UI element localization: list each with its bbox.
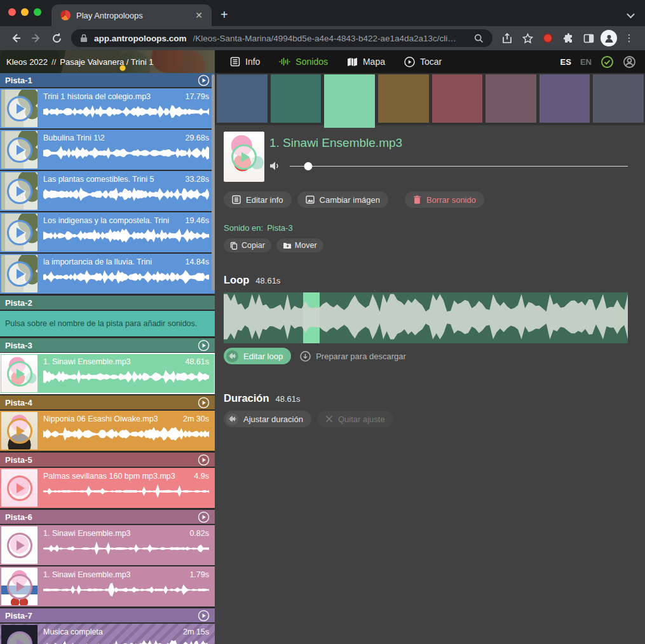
clip-row[interactable]: Bubulina Trini 1\229.68s (0, 130, 215, 170)
track-swatch-3[interactable] (324, 74, 375, 128)
track-play-button[interactable] (198, 610, 210, 622)
track-swatch-5[interactable] (432, 74, 483, 123)
sound-location-track-link[interactable]: Pista-3 (267, 223, 292, 233)
edit-info-button[interactable]: Editar info (224, 191, 292, 208)
clip-row[interactable]: 1. Sinawi Ensemble.mp30.82s (0, 525, 215, 565)
prepare-download-button[interactable]: Preparar para descargar (300, 351, 406, 362)
track-header-pista-5[interactable]: Pista-5 (0, 453, 215, 467)
track-swatch-8[interactable] (593, 74, 644, 123)
clip-row[interactable]: Las plantas comestibles. Trini 533.28s (0, 171, 215, 211)
reload-button[interactable] (47, 29, 66, 48)
clip-title: 1. Sinawi Ensemble.mp3 (43, 529, 184, 538)
clip-waveform (43, 582, 209, 598)
track-play-button[interactable] (198, 74, 210, 86)
tab-search-chevron-icon[interactable] (616, 8, 645, 26)
track-pista-3: Pista-31. Sinawi Ensemble.mp348.61s (0, 338, 215, 394)
breadcrumb-project[interactable]: Kleos 2022 (6, 57, 48, 67)
nav-item-mapa[interactable]: Mapa (347, 57, 385, 67)
clip-duration: 0.82s (189, 529, 209, 538)
sound-play-button[interactable] (231, 144, 257, 170)
remove-adjust-button[interactable]: Quitar ajuste (317, 411, 393, 427)
record-extension-icon[interactable] (538, 29, 557, 48)
address-bar[interactable]: app.antropoloops.com/Kleos-Santa-Marina/… (71, 29, 492, 47)
delete-sound-button[interactable]: Borrar sonido (405, 191, 484, 208)
track-header-pista-4[interactable]: Pista-4 (0, 395, 215, 409)
track-header-pista-1[interactable]: Pista-1 (0, 73, 215, 87)
clip-play-button[interactable] (7, 137, 32, 163)
track-header-pista-3[interactable]: Pista-3 (0, 338, 215, 352)
share-button[interactable] (498, 29, 517, 48)
speaker-icon[interactable] (269, 161, 280, 171)
back-button[interactable] (6, 29, 25, 48)
track-swatch-4[interactable] (378, 74, 429, 123)
forward-button[interactable] (27, 29, 46, 48)
nav-item-info[interactable]: Info (230, 57, 260, 67)
track-play-button[interactable] (198, 339, 210, 352)
clip-body: Bubulina Trini 1\229.68s (39, 130, 215, 170)
clip-play-button[interactable] (7, 361, 32, 387)
sound-thumbnail[interactable] (224, 132, 264, 182)
play-triangle-icon (17, 228, 25, 238)
track-header-pista-6[interactable]: Pista-6 (0, 510, 215, 524)
clip-play-button[interactable] (7, 476, 32, 501)
language-en-button[interactable]: EN (580, 57, 592, 67)
volume-slider[interactable] (290, 161, 628, 170)
clip-play-button[interactable] (7, 631, 32, 644)
track-swatch-1[interactable] (217, 74, 268, 123)
edit-loop-button[interactable]: Editar loop (224, 348, 291, 364)
sidebar-scrollbar[interactable] (212, 74, 215, 291)
extensions-puzzle-icon[interactable] (559, 29, 578, 48)
track-play-button[interactable] (198, 397, 210, 409)
track-play-button[interactable] (198, 454, 210, 466)
page-zoom-icon[interactable] (474, 34, 484, 43)
clip-play-button[interactable] (7, 220, 32, 245)
language-es-button[interactable]: ES (560, 57, 571, 67)
copy-button[interactable]: Copiar (224, 238, 271, 252)
clip-play-button[interactable] (7, 533, 32, 558)
nav-item-label: Info (245, 57, 260, 67)
clip-play-button[interactable] (7, 261, 32, 287)
breadcrumb[interactable]: Kleos 2022 // Pasaje Valvanera / Trini 1 (0, 50, 215, 73)
track-play-button[interactable] (198, 511, 210, 523)
clip-row[interactable]: Palmas sevillanas 160 bpm mp3.mp34.9s (0, 468, 215, 508)
adjust-duration-button[interactable]: Ajustar duración (224, 411, 311, 427)
volume-slider-thumb[interactable] (304, 162, 313, 170)
clip-row[interactable]: la importancia de la lluvia. Trini14.84s (0, 254, 215, 294)
clip-waveform (43, 369, 209, 385)
clip-play-button[interactable] (7, 418, 32, 444)
clip-title: 1. Sinawi Ensemble.mp3 (43, 357, 180, 366)
account-icon[interactable] (623, 55, 636, 69)
nav-item-tocar[interactable]: Tocar (404, 57, 442, 67)
tab-close-icon[interactable]: ✕ (193, 9, 205, 22)
breadcrumb-path[interactable]: Pasaje Valvanera / Trini 1 (60, 57, 153, 67)
clip-row[interactable]: Musica completa2m 15s (0, 624, 215, 644)
clip-row[interactable]: Nipponia 06 Esashi Oiwake.mp32m 30s (0, 411, 215, 451)
profile-avatar[interactable] (599, 29, 618, 48)
clip-title: 1. Sinawi Ensemble.mp3 (43, 570, 184, 579)
close-window-button[interactable] (8, 8, 16, 16)
minimize-window-button[interactable] (21, 8, 29, 16)
clip-row[interactable]: 1. Sinawi Ensemble.mp31.79s (0, 566, 215, 606)
move-button[interactable]: Mover (276, 238, 323, 252)
track-swatch-6[interactable] (485, 74, 536, 123)
loop-waveform-editor[interactable] (224, 292, 628, 343)
track-swatch-7[interactable] (540, 74, 590, 123)
change-image-button[interactable]: Cambiar imágen (297, 191, 388, 208)
clip-row[interactable]: 1. Sinawi Ensemble.mp348.61s (0, 353, 215, 394)
duration-value: 48.61s (276, 394, 301, 404)
nav-item-sonidos[interactable]: Sonidos (279, 57, 328, 67)
new-tab-button[interactable]: + (212, 8, 237, 26)
clip-play-button[interactable] (7, 574, 32, 599)
bookmark-star-icon[interactable] (518, 29, 537, 48)
track-header-pista-2[interactable]: Pista-2 (0, 296, 215, 310)
clip-row[interactable]: Trini 1 historia del colegio.mp317.79s (0, 88, 215, 128)
track-swatch-2[interactable] (271, 74, 322, 123)
clip-play-button[interactable] (7, 96, 32, 121)
browser-tab[interactable]: Play Antropoloops ✕ (51, 4, 212, 26)
side-panel-icon[interactable] (579, 29, 598, 48)
clip-play-button[interactable] (7, 179, 32, 204)
clip-row[interactable]: Los indigenas y la compostela. Trini19.4… (0, 212, 215, 252)
browser-menu-icon[interactable]: ⋮ (620, 29, 639, 48)
maximize-window-button[interactable] (34, 8, 41, 16)
track-header-pista-7[interactable]: Pista-7 (0, 608, 215, 622)
